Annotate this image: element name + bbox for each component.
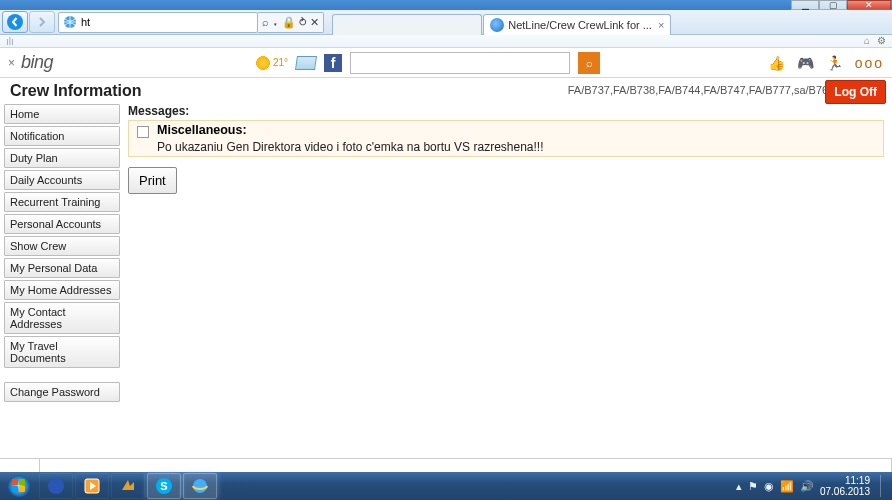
games-icon[interactable]: 🎮 — [797, 55, 814, 71]
message-category: Miscellaneous: — [157, 123, 247, 137]
taskbar-app-ie[interactable] — [183, 473, 217, 499]
windows-taskbar: S ▴ ⚑ ◉ 📶 🔊 11:19 07.06.2013 — [0, 472, 892, 500]
sidebar-item-my-home-addresses[interactable]: My Home Addresses — [4, 280, 120, 300]
minimize-button[interactable]: ▁ — [791, 0, 819, 10]
forward-button[interactable] — [29, 11, 55, 33]
logoff-button[interactable]: Log Off — [825, 80, 886, 104]
tab-label: NetLine/Crew CrewLink for ... — [508, 19, 652, 31]
sidebar-item-daily-accounts[interactable]: Daily Accounts — [4, 170, 120, 190]
svg-point-7 — [48, 478, 64, 494]
tab-close-button[interactable]: × — [652, 19, 664, 31]
ie-status-bar — [0, 458, 892, 472]
tab-crewlink[interactable]: NetLine/Crew CrewLink for ... × — [483, 14, 671, 35]
sidebar-item-my-personal-data[interactable]: My Personal Data — [4, 258, 120, 278]
sidebar-item-my-contact-addresses[interactable]: My Contact Addresses — [4, 302, 120, 334]
page-header: Crew Information FA/B737,FA/B738,FA/B744… — [0, 78, 892, 102]
svg-rect-5 — [12, 486, 18, 492]
sidebar-item-change-password[interactable]: Change Password — [4, 382, 120, 402]
tray-volume-icon[interactable]: 🔊 — [800, 480, 814, 493]
browser-command-bar: ılı ⌂ ⚙ — [0, 35, 892, 48]
taskbar-app-skype[interactable]: S — [147, 473, 181, 499]
close-window-button[interactable]: ✕ — [847, 0, 891, 10]
sidebar-item-notification[interactable]: Notification — [4, 126, 120, 146]
svg-rect-3 — [12, 479, 18, 485]
sun-icon — [255, 55, 271, 71]
message-text: Po ukazaniu Gen Direktora video i foto c… — [129, 140, 883, 154]
message-block: Miscellaneous: Po ukazaniu Gen Direktora… — [128, 120, 884, 157]
system-tray: ▴ ⚑ ◉ 📶 🔊 11:19 07.06.2013 — [730, 472, 892, 500]
tray-clock[interactable]: 11:19 07.06.2013 — [820, 475, 870, 497]
page-favicon-icon — [62, 14, 78, 30]
svg-point-2 — [8, 475, 30, 497]
bing-search-button[interactable]: ⌕ — [578, 52, 600, 74]
print-button[interactable]: Print — [128, 167, 177, 194]
taskbar-app-winamp[interactable] — [111, 473, 145, 499]
bing-logo[interactable]: bing — [21, 52, 53, 73]
window-titlebar: ▁ ▢ ✕ — [0, 0, 892, 10]
bing-search-input[interactable] — [351, 56, 569, 70]
bing-search-box[interactable] — [350, 52, 570, 74]
ie-globe-icon — [490, 18, 504, 32]
sidebar: Home Notification Duty Plan Daily Accoun… — [4, 104, 120, 402]
tray-shield-icon[interactable]: ◉ — [764, 480, 774, 493]
url-input[interactable] — [81, 16, 257, 28]
svg-rect-6 — [19, 486, 25, 492]
sidebar-item-duty-plan[interactable]: Duty Plan — [4, 148, 120, 168]
address-bar-buttons[interactable]: ⌕ ▾ 🔒 ⥁ ✕ — [258, 12, 324, 33]
sidebar-item-recurrent-training[interactable]: Recurrent Training — [4, 192, 120, 212]
home-icon[interactable]: ⌂ — [864, 35, 870, 46]
browser-nav-bar: ⌕ ▾ 🔒 ⥁ ✕ NetLine/Crew CrewLink for ... … — [0, 10, 892, 35]
back-button[interactable] — [2, 11, 28, 33]
tray-arrow-icon[interactable]: ▴ — [736, 480, 742, 493]
message-checkbox[interactable] — [137, 126, 149, 138]
signal-icon: ılı — [6, 36, 14, 47]
page-body: Home Notification Duty Plan Daily Accoun… — [0, 102, 892, 447]
tabs-area: NetLine/Crew CrewLink for ... × — [332, 10, 890, 35]
person-icon[interactable]: 🏃 — [826, 55, 843, 71]
svg-point-11 — [193, 479, 207, 493]
svg-rect-4 — [19, 479, 25, 485]
mail-icon[interactable] — [295, 56, 317, 70]
bingbar-close-icon[interactable]: × — [8, 56, 15, 70]
bing-toolbar: × bing 21° f ⌕ 👍 🎮 🏃 ooo — [0, 48, 892, 78]
window-controls: ▁ ▢ ✕ — [791, 0, 891, 10]
sidebar-item-show-crew[interactable]: Show Crew — [4, 236, 120, 256]
show-desktop-button[interactable] — [880, 475, 886, 497]
more-icon[interactable]: ooo — [855, 55, 884, 71]
tab-blank[interactable] — [332, 14, 482, 35]
like-icon[interactable]: 👍 — [768, 55, 785, 71]
messages-heading: Messages: — [128, 104, 884, 118]
sidebar-item-my-travel-documents[interactable]: My Travel Documents — [4, 336, 120, 368]
svg-text:S: S — [160, 480, 167, 492]
taskbar-app-firefox[interactable] — [39, 473, 73, 499]
tray-date: 07.06.2013 — [820, 486, 870, 497]
tray-flag-icon[interactable]: ⚑ — [748, 480, 758, 493]
main-content: Messages: Miscellaneous: Po ukazaniu Gen… — [120, 104, 888, 194]
maximize-button[interactable]: ▢ — [819, 0, 847, 10]
sidebar-item-personal-accounts[interactable]: Personal Accounts — [4, 214, 120, 234]
address-bar[interactable] — [58, 12, 258, 33]
tray-network-icon[interactable]: 📶 — [780, 480, 794, 493]
facebook-icon[interactable]: f — [324, 54, 342, 72]
taskbar-app-media[interactable] — [75, 473, 109, 499]
tools-icon[interactable]: ⚙ — [877, 35, 886, 46]
start-button[interactable] — [0, 472, 38, 500]
sidebar-item-home[interactable]: Home — [4, 104, 120, 124]
tray-time: 11:19 — [820, 475, 870, 486]
svg-point-0 — [7, 14, 23, 30]
weather-widget[interactable]: 21° — [255, 55, 288, 71]
